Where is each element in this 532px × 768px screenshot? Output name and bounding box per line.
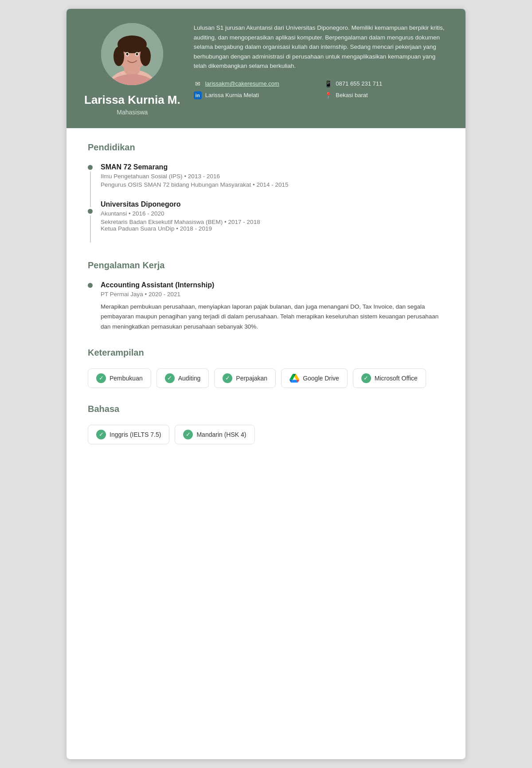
- skill-badge-pembukuan: ✓ Pembukuan: [88, 368, 151, 388]
- edu-entry-2: Universitas Diponegoro Akuntansi • 2016 …: [101, 200, 444, 232]
- linkedin-icon: in: [194, 91, 202, 99]
- header-left: Larissa Kurnia M. Mahasiswa: [84, 23, 180, 116]
- svg-point-6: [140, 47, 151, 66]
- main-content: Pendidikan SMAN 72 Semarang Ilmu Pengeta…: [66, 128, 466, 478]
- skill-badge-perpajakan: ✓ Perpajakan: [214, 368, 276, 388]
- work-dot-1: [88, 283, 93, 288]
- timeline-line-2: [90, 216, 91, 243]
- svg-point-5: [113, 47, 124, 66]
- email-icon: ✉: [194, 80, 202, 88]
- skill-label-msoffice: Microsoft Office: [375, 375, 418, 382]
- skill-badge-msoffice: ✓ Microsoft Office: [353, 368, 426, 388]
- lang-check-icon-english: ✓: [96, 430, 106, 439]
- header-name: Larissa Kurnia M.: [84, 93, 180, 107]
- avatar: [101, 23, 163, 85]
- skills-section: Keterampilan ✓ Pembukuan ✓ Auditing ✓ Pe…: [88, 348, 444, 388]
- work-dot-col: [88, 281, 93, 332]
- email-link[interactable]: larissakm@cakeresume.com: [205, 80, 279, 87]
- lang-label-english: Inggris (IELTS 7.5): [110, 431, 161, 438]
- edu-school-2: Universitas Diponegoro: [101, 200, 444, 208]
- edu-major-1: Ilmu Pengetahuan Sosial (IPS) • 2013 - 2…: [101, 173, 444, 180]
- linkedin-text: Larissa Kurnia Melati: [205, 92, 259, 98]
- lang-check-icon-mandarin: ✓: [183, 430, 193, 439]
- header-contacts: ✉ larissakm@cakeresume.com 📱 0871 655 23…: [194, 80, 448, 99]
- skill-check-icon-pembukuan: ✓: [96, 373, 106, 383]
- skill-check-icon-auditing: ✓: [165, 373, 175, 383]
- header-right: Lulusan S1 jurusan Akuntansi dari Univer…: [194, 23, 448, 99]
- education-section: Pendidikan SMAN 72 Semarang Ilmu Pengeta…: [88, 142, 444, 244]
- education-timeline: SMAN 72 Semarang Ilmu Pengetahuan Sosial…: [88, 163, 444, 244]
- skill-label-googledrive: Google Drive: [303, 375, 339, 382]
- skill-label-auditing: Auditing: [178, 375, 201, 382]
- resume-container: Larissa Kurnia M. Mahasiswa Lulusan S1 j…: [66, 9, 466, 759]
- work-company-1: PT Permai Jaya • 2020 - 2021: [101, 291, 444, 298]
- skill-drive-icon: [289, 373, 299, 383]
- contact-linkedin: in Larissa Kurnia Melati: [194, 91, 317, 99]
- header-bio: Lulusan S1 jurusan Akuntansi dari Univer…: [194, 23, 448, 71]
- languages-section: Bahasa ✓ Inggris (IELTS 7.5) ✓ Mandarin …: [88, 404, 444, 444]
- header-section: Larissa Kurnia M. Mahasiswa Lulusan S1 j…: [66, 9, 466, 128]
- location-text: Bekasi barat: [336, 92, 368, 98]
- svg-point-9: [126, 53, 129, 55]
- edu-school-1: SMAN 72 Semarang: [101, 163, 444, 171]
- languages-section-title: Bahasa: [88, 404, 444, 416]
- skill-label-pembukuan: Pembukuan: [110, 375, 143, 382]
- lang-badge-mandarin: ✓ Mandarin (HSK 4): [175, 425, 254, 444]
- timeline-line-1: [90, 172, 91, 207]
- phone-text: 0871 655 231 711: [336, 80, 382, 87]
- contact-phone: 📱 0871 655 231 711: [324, 80, 448, 88]
- work-title-1: Accounting Assistant (Internship): [101, 281, 444, 289]
- languages-list: ✓ Inggris (IELTS 7.5) ✓ Mandarin (HSK 4): [88, 425, 444, 444]
- skill-badge-auditing: ✓ Auditing: [156, 368, 209, 388]
- location-icon: 📍: [324, 91, 332, 99]
- skill-label-perpajakan: Perpajakan: [236, 375, 267, 382]
- contact-location: 📍 Bekasi barat: [324, 91, 448, 99]
- contact-email: ✉ larissakm@cakeresume.com: [194, 80, 317, 88]
- work-section: Pengalaman Kerja Accounting Assistant (I…: [88, 260, 444, 332]
- lang-label-mandarin: Mandarin (HSK 4): [196, 431, 246, 438]
- svg-point-10: [136, 53, 138, 55]
- lang-badge-english: ✓ Inggris (IELTS 7.5): [88, 425, 169, 444]
- timeline-dot-2: [88, 209, 93, 214]
- skills-section-title: Keterampilan: [88, 348, 444, 360]
- work-entry-1: Accounting Assistant (Internship) PT Per…: [88, 281, 444, 332]
- timeline-dot-1: [88, 165, 93, 170]
- work-description-1: Merapikan pembukuan perusahaan, menyiapk…: [101, 302, 444, 332]
- edu-activity-1-1: Pengurus OSIS SMAN 72 bidang Hubungan Ma…: [101, 181, 444, 188]
- education-entries: SMAN 72 Semarang Ilmu Pengetahuan Sosial…: [101, 163, 444, 244]
- skill-badge-googledrive: Google Drive: [281, 368, 348, 388]
- header-title: Mahasiswa: [117, 109, 148, 116]
- skill-check-icon-perpajakan: ✓: [223, 373, 232, 383]
- skills-list: ✓ Pembukuan ✓ Auditing ✓ Perpajakan: [88, 368, 444, 388]
- work-content-1: Accounting Assistant (Internship) PT Per…: [101, 281, 444, 332]
- phone-icon: 📱: [324, 80, 332, 88]
- skill-check-icon-msoffice: ✓: [361, 373, 371, 383]
- edu-entry-1: SMAN 72 Semarang Ilmu Pengetahuan Sosial…: [101, 163, 444, 188]
- edu-activity-2-1: Sekretaris Badan Eksekutif Mahasiswa (BE…: [101, 219, 444, 225]
- timeline-bar: [88, 163, 93, 244]
- edu-activity-2-2: Ketua Paduan Suara UnDip • 2018 - 2019: [101, 225, 444, 232]
- education-section-title: Pendidikan: [88, 142, 444, 154]
- work-section-title: Pengalaman Kerja: [88, 260, 444, 272]
- edu-major-2: Akuntansi • 2016 - 2020: [101, 210, 444, 217]
